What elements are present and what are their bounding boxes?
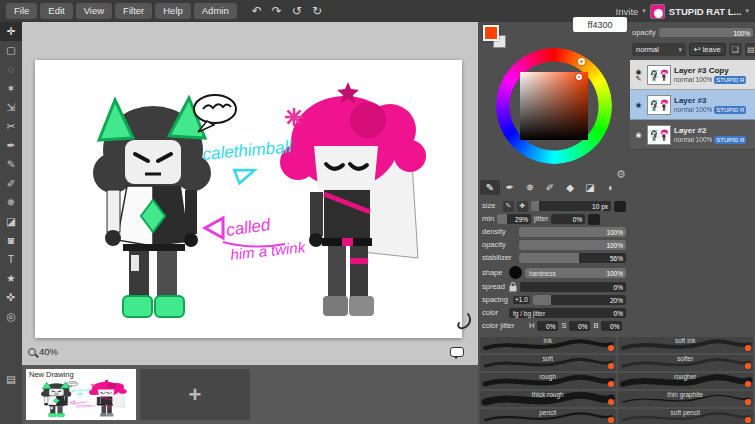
jitter-options-button[interactable] <box>588 214 600 225</box>
pressure-size-toggle-icon[interactable]: ✎ <box>503 201 514 212</box>
layer-row-2[interactable]: ◉ Layer #2 normal 100% STUPID R <box>630 120 755 150</box>
brush-preset-pencil[interactable]: pencil <box>480 409 616 424</box>
pressure-opacity-toggle-icon[interactable]: ✚ <box>517 201 528 212</box>
new-drawing-button[interactable]: + <box>140 369 250 420</box>
menu-edit[interactable]: Edit <box>40 3 72 19</box>
rotate-ccw-icon[interactable]: ↺ <box>288 5 306 17</box>
leave-button[interactable]: ↩ leave <box>689 43 726 56</box>
chat-bubble-icon[interactable] <box>450 347 464 357</box>
spacing-step-box[interactable]: +1.0 <box>513 296 530 305</box>
leave-label: leave <box>703 45 721 54</box>
smudge-brush-icon[interactable]: ◖ <box>600 180 620 195</box>
pen-brush-icon[interactable]: ✒ <box>500 180 520 195</box>
magic-wand-tool-icon[interactable]: ✶ <box>0 79 22 98</box>
spread-label: spread <box>482 283 506 291</box>
visibility-eye-icon[interactable]: ◉ <box>635 101 641 108</box>
size-options-button[interactable] <box>614 201 626 212</box>
curve-icon <box>456 313 472 331</box>
fgbg-jitter-slider[interactable]: fg / bg jitter 0% <box>509 308 626 318</box>
invite-chevron-icon[interactable]: ▾ <box>642 7 646 15</box>
brush-preset-thick-rough[interactable]: thick rough <box>480 391 616 407</box>
undo-icon[interactable]: ↶ <box>248 5 266 17</box>
min-slider[interactable]: 29% <box>497 214 531 224</box>
pencil-brush-icon[interactable]: ✎ <box>480 180 500 195</box>
layer-icons: ◉ <box>633 131 644 138</box>
brush-tool-icon[interactable]: ✐ <box>0 174 22 193</box>
zoom-indicator: 40% <box>28 346 58 357</box>
fill-tool-icon[interactable]: ◙ <box>0 231 22 250</box>
rotate-cw-icon[interactable]: ↻ <box>308 5 326 17</box>
drawing-canvas[interactable] <box>35 60 462 338</box>
visibility-eye-icon[interactable]: ◉ <box>635 68 641 75</box>
invite-button[interactable]: Invite <box>616 6 639 17</box>
opacity-value: 100% <box>606 242 623 249</box>
lock-icon[interactable] <box>509 282 517 292</box>
hue-selector-dot[interactable] <box>578 58 585 65</box>
drawing-thumbnail-card[interactable]: New Drawing <box>26 369 136 420</box>
jitter-slider[interactable]: 0% <box>551 214 585 224</box>
hardness-slider[interactable]: hardness 100% <box>525 268 626 278</box>
blend-mode-select[interactable]: normal ▾ <box>632 43 686 56</box>
text-tool-icon[interactable]: T <box>0 250 22 269</box>
layer-opacity-row: opacity 100% <box>632 26 753 39</box>
color-wheel[interactable] <box>496 48 612 164</box>
eraser-brush-icon[interactable]: ◪ <box>580 180 600 195</box>
layer-row-3-copy[interactable]: ◉ ✎ Layer #3 Copy normal 100% STUPID R <box>630 60 755 90</box>
transform-tool-icon[interactable]: ⇲ <box>0 98 22 117</box>
airbrush-tool-icon[interactable]: ✵ <box>0 193 22 212</box>
spread-slider[interactable]: 0% <box>520 282 626 292</box>
move-tool-icon[interactable]: ✛ <box>0 22 22 41</box>
pressure-curve-button[interactable] <box>456 313 472 331</box>
brush-preset-soft[interactable]: soft <box>480 355 616 371</box>
menu-view[interactable]: View <box>76 3 112 19</box>
marker-brush-icon[interactable]: ◆ <box>560 180 580 195</box>
redo-icon[interactable]: ↷ <box>268 5 286 17</box>
brush-tip-preview[interactable] <box>509 266 522 279</box>
brush-preset-rough[interactable]: rough <box>480 373 616 389</box>
opacity-slider[interactable]: 100% <box>519 240 626 250</box>
username-label: STUPID RAT L... <box>669 6 742 17</box>
eraser-tool-icon[interactable]: ◪ <box>0 212 22 231</box>
pencil-tool-icon[interactable]: ✎ <box>0 155 22 174</box>
user-menu-chevron-icon[interactable]: ▾ <box>745 7 749 15</box>
airbrush-brush-icon[interactable]: ✵ <box>520 180 540 195</box>
filmstrip-toggle-icon[interactable]: ▤ <box>0 370 22 389</box>
brush-preset-soft-pencil[interactable]: soft pencil <box>618 409 754 424</box>
hand-tool-icon[interactable]: ✜ <box>0 288 22 307</box>
sv-selector-dot[interactable] <box>576 74 582 80</box>
menu-help[interactable]: Help <box>155 3 191 19</box>
crop-tool-icon[interactable]: ✂ <box>0 117 22 136</box>
paintbrush-brush-icon[interactable]: ✐ <box>540 180 560 195</box>
hue-jitter-slider[interactable]: 0% <box>537 321 558 331</box>
brush-preset-soft-ink[interactable]: soft ink <box>618 337 754 353</box>
density-slider[interactable]: 100% <box>519 227 626 237</box>
layer-options-button[interactable]: ▤ <box>745 43 755 56</box>
sat-jitter-slider[interactable]: 0% <box>569 321 590 331</box>
lasso-tool-icon[interactable]: ◌ <box>0 60 22 79</box>
shape-tool-icon[interactable]: ★ <box>0 269 22 288</box>
layer-opacity-slider[interactable]: 100% <box>659 28 753 37</box>
menu-file[interactable]: File <box>6 3 37 19</box>
stabilizer-slider[interactable]: 56% <box>519 253 626 263</box>
layer-row-3[interactable]: ◉ Layer #3 normal 100% STUPID R <box>630 90 755 120</box>
pen-tool-icon[interactable]: ✒ <box>0 136 22 155</box>
spacing-slider[interactable]: 20% <box>533 295 626 305</box>
menu-filter[interactable]: Filter <box>115 3 152 19</box>
zoom-tool-icon[interactable]: ◎ <box>0 307 22 326</box>
layers-panel: opacity 100% normal ▾ ↩ leave ❏ ▤ <box>630 22 755 335</box>
bri-jitter-slider[interactable]: 0% <box>601 321 622 331</box>
magma-drawing-app: calethimball called him a twink File Edi… <box>0 0 755 424</box>
menu-admin[interactable]: Admin <box>194 3 237 19</box>
visibility-eye-icon[interactable]: ◉ <box>635 131 641 138</box>
foreground-color-swatch[interactable] <box>483 25 499 41</box>
brush-preset-softer[interactable]: softer <box>618 355 754 371</box>
add-layer-button[interactable]: ❏ <box>729 43 742 56</box>
brush-preset-rougher[interactable]: rougher <box>618 373 754 389</box>
user-avatar[interactable] <box>650 4 665 19</box>
hex-color-input[interactable]: ff4300 <box>573 17 627 32</box>
brush-preset-thin-graphite[interactable]: thin graphite <box>618 391 754 407</box>
brush-preset-ink[interactable]: ink <box>480 337 616 353</box>
saturation-value-square[interactable] <box>520 72 588 140</box>
marquee-select-tool-icon[interactable]: ▢ <box>0 41 22 60</box>
size-slider[interactable]: 10 px <box>531 201 611 211</box>
